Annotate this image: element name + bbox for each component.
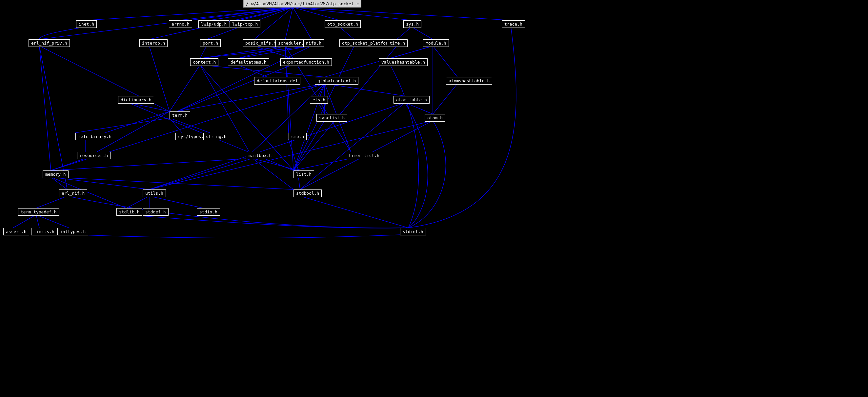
svg-line-60 bbox=[51, 177, 293, 190]
node-synclist-h[interactable]: synclist.h bbox=[316, 114, 347, 122]
svg-line-36 bbox=[299, 177, 300, 190]
svg-line-5 bbox=[293, 7, 411, 20]
node-context-h[interactable]: context.h bbox=[190, 58, 218, 66]
svg-line-72 bbox=[51, 158, 252, 170]
svg-line-14 bbox=[397, 27, 411, 39]
svg-line-62 bbox=[39, 46, 51, 170]
title-node: /_w/AtomVM/AtomVM/src/libAtomVM/otp_sock… bbox=[243, 0, 361, 7]
node-module-h[interactable]: module.h bbox=[423, 39, 449, 47]
node-port-h[interactable]: port.h bbox=[200, 39, 221, 47]
svg-line-24 bbox=[324, 84, 405, 96]
node-defaultatoms-def[interactable]: defaultatoms.def bbox=[254, 77, 300, 85]
node-defaultatoms-h[interactable]: defaultatoms.h bbox=[228, 58, 269, 66]
node-limits-h[interactable]: limits.h bbox=[31, 228, 57, 235]
svg-line-83 bbox=[300, 103, 405, 190]
svg-line-54 bbox=[177, 84, 324, 111]
node-exportedfunction-h[interactable]: exportedfunction.h bbox=[280, 58, 332, 66]
node-inttypes-h[interactable]: inttypes.h bbox=[57, 228, 88, 235]
node-atomshashtable-h[interactable]: atomshashtable.h bbox=[446, 77, 492, 85]
svg-line-15 bbox=[411, 27, 433, 39]
svg-line-20 bbox=[433, 46, 458, 77]
node-stdlib-h[interactable]: stdlib.h bbox=[116, 208, 142, 216]
svg-line-6 bbox=[293, 7, 511, 20]
node-posix-nifs-h[interactable]: posix_nifs.h bbox=[243, 39, 279, 47]
svg-line-79 bbox=[293, 121, 324, 170]
node-otp-socket-h[interactable]: otp_socket.h bbox=[324, 20, 361, 28]
node-ets-h[interactable]: ets.h bbox=[310, 96, 328, 104]
node-nifs-h[interactable]: nifs.h bbox=[303, 39, 324, 47]
node-atom-table-h[interactable]: atom_table.h bbox=[394, 96, 430, 104]
node-refc-binary-h[interactable]: refc_binary.h bbox=[75, 133, 114, 140]
node-stddef-h[interactable]: stddef.h bbox=[143, 208, 168, 216]
node-sys-h[interactable]: sys.h bbox=[403, 20, 422, 28]
node-errno-h[interactable]: errno.h bbox=[169, 20, 192, 28]
svg-line-67 bbox=[238, 46, 312, 58]
svg-line-39 bbox=[36, 196, 67, 208]
svg-line-17 bbox=[238, 46, 285, 58]
node-dictionary-h[interactable]: dictionary.h bbox=[118, 96, 154, 104]
node-resources-h[interactable]: resources.h bbox=[77, 152, 111, 159]
node-erl-nif-h[interactable]: erl_nif.h bbox=[59, 190, 87, 197]
svg-line-81 bbox=[149, 196, 203, 208]
svg-line-66 bbox=[200, 46, 312, 58]
node-atom-h[interactable]: atom.h bbox=[425, 114, 445, 122]
node-assert-h[interactable]: assert.h bbox=[3, 228, 29, 235]
svg-line-33 bbox=[252, 158, 299, 170]
node-valueshashtable-h[interactable]: valueshashtable.h bbox=[379, 58, 428, 66]
svg-line-46 bbox=[200, 46, 207, 58]
node-memory-h[interactable]: memory.h bbox=[43, 170, 68, 178]
node-lwip-tcp-h[interactable]: lwip/tcp.h bbox=[229, 20, 260, 28]
node-list-h[interactable]: list.h bbox=[293, 170, 314, 178]
node-stdint-h[interactable]: stdint.h bbox=[400, 228, 426, 235]
node-globalcontext-h[interactable]: globalcontext.h bbox=[315, 77, 359, 85]
node-trace-h[interactable]: trace.h bbox=[502, 20, 525, 28]
node-term-typedef-h[interactable]: term_typedef.h bbox=[18, 208, 59, 216]
node-term-h[interactable]: term.h bbox=[169, 111, 190, 119]
node-stdio-h[interactable]: stdio.h bbox=[197, 208, 220, 216]
node-interop-h[interactable]: interop.h bbox=[140, 39, 167, 47]
svg-line-42 bbox=[36, 215, 69, 228]
node-timer-list-h[interactable]: timer_list.h bbox=[346, 152, 382, 159]
svg-line-44 bbox=[128, 103, 169, 111]
node-string-h[interactable]: string.h bbox=[203, 133, 229, 140]
svg-line-11 bbox=[285, 7, 293, 39]
svg-line-53 bbox=[177, 65, 292, 111]
svg-line-26 bbox=[405, 103, 433, 114]
node-time-h[interactable]: time.h bbox=[387, 39, 408, 47]
svg-line-47 bbox=[169, 65, 200, 111]
svg-line-2 bbox=[209, 7, 293, 20]
svg-line-40 bbox=[13, 215, 36, 228]
svg-line-63 bbox=[39, 46, 67, 190]
node-smp-h[interactable]: smp.h bbox=[288, 133, 307, 140]
node-stdbool-h[interactable]: stdbool.h bbox=[293, 190, 322, 197]
svg-line-31 bbox=[288, 139, 299, 170]
node-erl-nif-priv-h[interactable]: erl_nif_priv.h bbox=[29, 39, 70, 47]
svg-line-43 bbox=[300, 196, 408, 228]
svg-line-85 bbox=[433, 84, 458, 114]
svg-line-13 bbox=[339, 27, 354, 39]
node-utils-h[interactable]: utils.h bbox=[143, 190, 166, 197]
svg-line-41 bbox=[36, 215, 39, 228]
node-lwip-udp-h[interactable]: lwip/udp.h bbox=[198, 20, 229, 28]
svg-line-37 bbox=[126, 196, 149, 208]
svg-line-4 bbox=[293, 7, 339, 20]
node-mailbox-h[interactable]: mailbox.h bbox=[246, 152, 274, 159]
svg-line-27 bbox=[75, 118, 169, 133]
svg-line-0 bbox=[86, 7, 293, 20]
svg-line-12 bbox=[293, 7, 312, 39]
node-inet-h[interactable]: inet.h bbox=[76, 20, 97, 28]
